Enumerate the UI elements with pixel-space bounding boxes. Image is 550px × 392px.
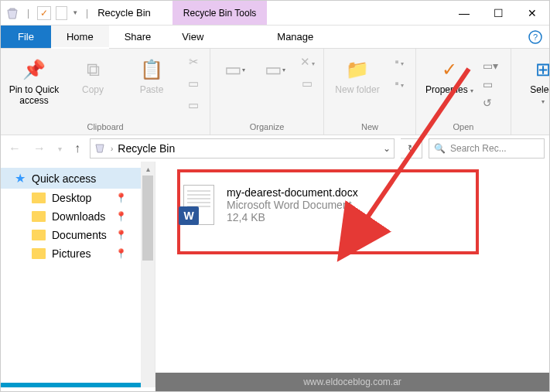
address-bar-row: ← → ▾ ↑ › Recycle Bin ⌄ ↻ 🔍 Search Rec..… <box>1 135 549 162</box>
open-icon[interactable]: ▭▾ <box>483 60 504 73</box>
forward-button[interactable]: → <box>30 141 49 155</box>
group-organize-label: Organize <box>217 121 317 133</box>
tab-file[interactable]: File <box>1 26 51 48</box>
separator: | <box>86 8 88 19</box>
tab-manage[interactable]: Manage <box>261 26 329 48</box>
paste-icon: 📋 <box>138 56 165 83</box>
sidebar-scrollbar[interactable]: ▴ <box>141 162 155 387</box>
footer-watermark: www.eldoceblog.com.ar <box>155 373 549 391</box>
up-button[interactable]: ↑ <box>71 141 84 155</box>
close-button[interactable]: ✕ <box>515 2 549 25</box>
search-icon: 🔍 <box>434 143 446 154</box>
ribbon: 📌 Pin to Quick access ⧉ Copy 📋 Paste ✂ ▭… <box>1 49 549 135</box>
checkbox-icon[interactable]: ✓ <box>37 6 51 20</box>
address-bar[interactable]: › Recycle Bin ⌄ <box>90 138 395 159</box>
sidebar-item-desktop[interactable]: Desktop 📍 <box>1 189 155 207</box>
select-button[interactable]: ⊞ Select▾ <box>516 52 550 107</box>
history-icon[interactable]: ↺ <box>483 97 504 111</box>
folder-icon <box>32 248 46 259</box>
recycle-bin-icon <box>94 141 106 156</box>
sidebar-item-downloads[interactable]: Downloads 📍 <box>1 207 155 226</box>
back-button[interactable]: ← <box>5 141 24 155</box>
window-controls: — ☐ ✕ <box>447 2 549 25</box>
select-icon: ⊞ <box>530 56 550 83</box>
address-dropdown-icon[interactable]: ⌄ <box>383 143 391 154</box>
folder-icon <box>32 193 46 203</box>
search-input[interactable]: 🔍 Search Rec... <box>429 138 545 159</box>
file-list[interactable]: W my-dearest-document.docx Microsoft Wor… <box>155 162 549 387</box>
content-area: ★ Quick access Desktop 📍 Downloads 📍 Doc… <box>1 162 549 387</box>
new-folder-button[interactable]: 📁 New folder <box>330 52 384 95</box>
ribbon-tabs: File Home Share View Manage ? <box>1 26 549 49</box>
new-folder-icon: 📁 <box>344 56 371 83</box>
pin-icon: 📍 <box>115 230 127 240</box>
sidebar-item-pictures[interactable]: Pictures 📍 <box>1 244 155 263</box>
copy-path-icon[interactable]: ▭ <box>185 77 202 94</box>
help-icon[interactable]: ? <box>521 26 549 48</box>
document-icon[interactable] <box>56 6 67 20</box>
new-item-icon[interactable]: ▪▾ <box>391 55 408 72</box>
paste-shortcut-icon[interactable]: ▭ <box>185 98 202 115</box>
sidebar-item-quick-access[interactable]: ★ Quick access <box>1 168 155 189</box>
search-placeholder: Search Rec... <box>450 143 507 154</box>
tab-view[interactable]: View <box>166 26 219 48</box>
minimize-button[interactable]: — <box>447 2 481 25</box>
dropdown-icon[interactable]: ▼ <box>72 9 78 16</box>
contextual-tab-label: Recycle Bin Tools <box>173 1 268 25</box>
refresh-button[interactable]: ↻ <box>401 138 422 159</box>
pin-icon: 📌 <box>21 56 47 83</box>
annotation-highlight <box>177 169 479 254</box>
recent-dropdown[interactable]: ▾ <box>55 145 65 153</box>
move-to-icon[interactable]: ▭▾ <box>221 56 248 83</box>
pin-icon: 📍 <box>115 211 127 222</box>
easy-access-icon[interactable]: ▪▾ <box>391 77 408 94</box>
star-icon: ★ <box>15 171 26 186</box>
status-bar-accent <box>1 383 141 387</box>
folder-icon <box>32 211 46 222</box>
sidebar-item-documents[interactable]: Documents 📍 <box>1 226 155 244</box>
maximize-button[interactable]: ☐ <box>481 2 515 25</box>
cut-icon[interactable]: ✂ <box>185 55 202 72</box>
delete-icon[interactable]: ✕▾ <box>299 55 316 72</box>
scroll-up-icon[interactable]: ▴ <box>146 162 150 176</box>
properties-button[interactable]: ✓ Properties ▾ <box>422 52 477 95</box>
tab-share[interactable]: Share <box>109 26 167 48</box>
group-clipboard-label: Clipboard <box>7 121 203 133</box>
folder-icon <box>32 230 46 240</box>
group-new-label: New <box>330 121 409 133</box>
copy-icon: ⧉ <box>80 56 106 83</box>
scrollbar-thumb[interactable] <box>142 176 153 261</box>
pin-icon: 📍 <box>115 248 127 259</box>
address-location: Recycle Bin <box>118 142 175 155</box>
title-bar: | ✓ ▼ | Recycle Bin Recycle Bin Tools — … <box>1 1 549 26</box>
tab-home[interactable]: Home <box>51 26 109 49</box>
window-title: Recycle Bin <box>97 7 151 19</box>
pin-icon: 📍 <box>115 193 127 203</box>
rename-icon[interactable]: ▭ <box>299 77 316 94</box>
edit-icon[interactable]: ▭ <box>483 78 504 92</box>
separator: | <box>27 8 29 19</box>
recycle-bin-icon <box>5 6 19 20</box>
paste-button[interactable]: 📋 Paste <box>125 52 179 95</box>
navigation-pane: ★ Quick access Desktop 📍 Downloads 📍 Doc… <box>1 162 155 387</box>
properties-icon: ✓ <box>436 56 463 83</box>
pin-to-quick-access-button[interactable]: 📌 Pin to Quick access <box>7 52 61 107</box>
svg-text:?: ? <box>533 32 538 42</box>
copy-button[interactable]: ⧉ Copy <box>66 52 120 95</box>
word-document-icon: W <box>182 183 216 227</box>
group-open-label: Open <box>422 121 504 133</box>
chevron-right-icon[interactable]: › <box>111 145 113 153</box>
copy-to-icon[interactable]: ▭▾ <box>261 56 288 83</box>
